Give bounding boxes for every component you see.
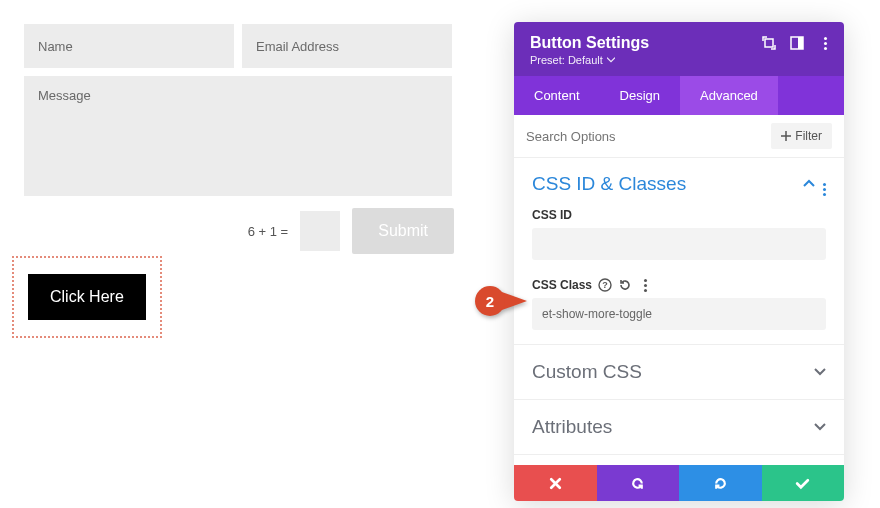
selected-module-outline: Click Here xyxy=(12,256,162,338)
section-custom-css[interactable]: Custom CSS xyxy=(514,344,844,399)
section-more-icon[interactable] xyxy=(823,172,826,196)
contact-form: 6 + 1 = Submit xyxy=(24,24,454,254)
cancel-button[interactable] xyxy=(514,465,597,501)
svg-rect-0 xyxy=(765,39,773,47)
settings-panel: Button Settings Preset: Default Content … xyxy=(514,22,844,501)
tab-design[interactable]: Design xyxy=(600,76,680,115)
snap-icon[interactable] xyxy=(790,36,804,50)
field-more-icon[interactable] xyxy=(638,278,652,292)
search-row: Filter xyxy=(514,115,844,158)
plus-icon xyxy=(781,131,791,141)
tab-content[interactable]: Content xyxy=(514,76,600,115)
css-id-label: CSS ID xyxy=(532,208,826,222)
undo-button[interactable] xyxy=(597,465,680,501)
step-callout: 2 xyxy=(475,286,527,316)
redo-button[interactable] xyxy=(679,465,762,501)
tabs: Content Design Advanced xyxy=(514,76,844,115)
css-class-label: CSS Class xyxy=(532,278,592,292)
step-number: 2 xyxy=(475,286,505,316)
captcha-label: 6 + 1 = xyxy=(248,224,288,239)
tab-advanced[interactable]: Advanced xyxy=(680,76,778,115)
click-here-button[interactable]: Click Here xyxy=(28,274,146,320)
svg-rect-2 xyxy=(798,37,803,49)
svg-text:?: ? xyxy=(602,280,608,290)
reset-icon[interactable] xyxy=(618,278,632,292)
search-input[interactable] xyxy=(526,129,771,144)
css-class-field: CSS Class ? xyxy=(514,274,844,344)
css-id-field: CSS ID xyxy=(514,204,844,274)
css-id-input[interactable] xyxy=(532,228,826,260)
submit-button[interactable]: Submit xyxy=(352,208,454,254)
chevron-up-icon xyxy=(803,178,815,190)
help-icon[interactable]: ? xyxy=(598,278,612,292)
chevron-down-icon xyxy=(814,421,826,433)
css-class-input[interactable] xyxy=(532,298,826,330)
more-icon[interactable] xyxy=(818,36,832,50)
section-css-id-classes[interactable]: CSS ID & Classes xyxy=(514,158,844,204)
preset-selector[interactable]: Preset: Default xyxy=(530,54,828,66)
section-title: CSS ID & Classes xyxy=(532,173,686,195)
chevron-down-icon xyxy=(607,57,615,63)
message-input[interactable] xyxy=(24,76,452,196)
captcha-input[interactable] xyxy=(300,211,340,251)
email-input[interactable] xyxy=(242,24,452,68)
confirm-button[interactable] xyxy=(762,465,845,501)
panel-action-bar xyxy=(514,465,844,501)
panel-header: Button Settings Preset: Default xyxy=(514,22,844,76)
expand-icon[interactable] xyxy=(762,36,776,50)
filter-button[interactable]: Filter xyxy=(771,123,832,149)
section-attributes[interactable]: Attributes xyxy=(514,399,844,455)
chevron-down-icon xyxy=(814,366,826,378)
name-input[interactable] xyxy=(24,24,234,68)
